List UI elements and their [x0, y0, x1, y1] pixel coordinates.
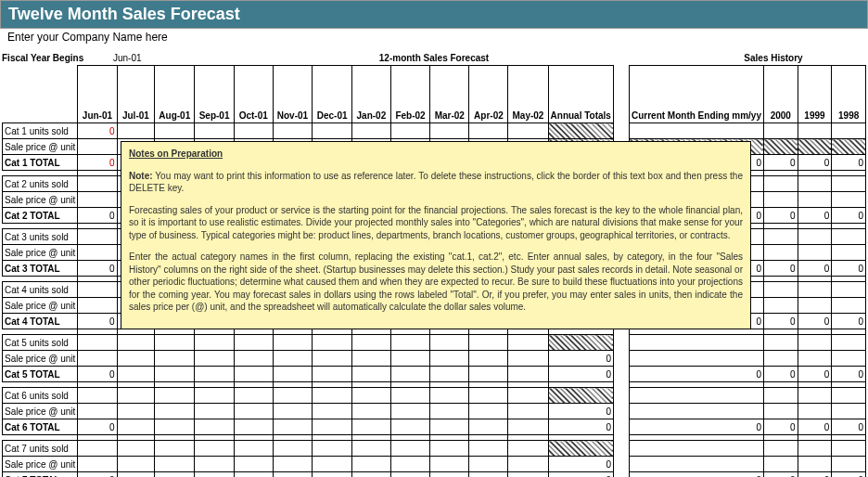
cell[interactable]	[430, 441, 469, 457]
cell[interactable]	[155, 388, 195, 404]
hist-cell[interactable]	[798, 245, 832, 261]
hist-cell[interactable]	[763, 176, 798, 192]
cell[interactable]	[273, 335, 313, 351]
cell[interactable]	[234, 388, 273, 404]
cell[interactable]	[195, 441, 235, 457]
cell[interactable]	[78, 388, 117, 404]
hist-cell[interactable]	[763, 457, 798, 472]
cell[interactable]	[390, 441, 429, 457]
cell[interactable]	[351, 351, 390, 367]
cell[interactable]	[155, 123, 195, 139]
cell[interactable]	[78, 457, 117, 472]
cell[interactable]	[78, 192, 117, 208]
hist-cell[interactable]	[798, 176, 832, 192]
cell[interactable]	[351, 457, 390, 472]
cell[interactable]	[234, 457, 273, 472]
cell[interactable]	[195, 457, 235, 472]
hist-cell[interactable]	[763, 404, 798, 419]
cell[interactable]	[313, 457, 352, 472]
cell[interactable]	[78, 229, 117, 245]
cell[interactable]	[351, 404, 390, 419]
cell[interactable]	[117, 335, 155, 351]
hist-cell[interactable]	[832, 404, 866, 419]
cell[interactable]	[390, 335, 429, 351]
hist-cell[interactable]	[763, 335, 798, 351]
cell[interactable]	[390, 123, 429, 139]
cell[interactable]	[469, 388, 508, 404]
cell[interactable]	[155, 457, 195, 472]
hist-cell[interactable]	[798, 192, 832, 208]
cell[interactable]	[273, 457, 313, 472]
cell[interactable]	[351, 123, 390, 139]
hist-cell[interactable]	[832, 123, 866, 139]
cell[interactable]	[508, 123, 548, 139]
cell[interactable]	[78, 139, 117, 155]
hist-cell[interactable]	[798, 282, 832, 298]
hist-cell[interactable]	[832, 139, 866, 155]
cell[interactable]	[117, 457, 155, 472]
hist-cell[interactable]	[629, 335, 763, 351]
hist-cell[interactable]	[832, 457, 866, 472]
cell[interactable]	[273, 351, 313, 367]
cell[interactable]	[390, 351, 429, 367]
cell[interactable]	[78, 282, 117, 298]
hist-cell[interactable]	[763, 192, 798, 208]
cell[interactable]	[430, 388, 469, 404]
cell[interactable]	[195, 351, 235, 367]
hist-cell[interactable]	[798, 123, 832, 139]
cell[interactable]	[430, 457, 469, 472]
hist-cell[interactable]	[763, 351, 798, 367]
cell[interactable]	[117, 441, 155, 457]
cell[interactable]	[469, 441, 508, 457]
cell[interactable]	[273, 441, 313, 457]
cell[interactable]	[508, 457, 548, 472]
hist-cell[interactable]	[798, 441, 832, 457]
cell[interactable]	[117, 388, 155, 404]
cell[interactable]	[117, 123, 155, 139]
cell[interactable]	[117, 404, 155, 419]
hist-cell[interactable]	[832, 176, 866, 192]
hist-cell[interactable]	[832, 351, 866, 367]
hist-cell[interactable]	[629, 457, 763, 472]
hist-cell[interactable]	[798, 298, 832, 314]
cell[interactable]	[78, 245, 117, 261]
hist-cell[interactable]	[832, 282, 866, 298]
cell[interactable]	[390, 457, 429, 472]
hist-cell[interactable]	[798, 229, 832, 245]
hist-cell[interactable]	[763, 441, 798, 457]
cell[interactable]	[195, 123, 235, 139]
hist-cell[interactable]	[832, 245, 866, 261]
cell[interactable]	[469, 457, 508, 472]
hist-cell[interactable]	[763, 229, 798, 245]
cell[interactable]	[508, 351, 548, 367]
cell[interactable]	[273, 388, 313, 404]
cell[interactable]	[273, 404, 313, 419]
cell[interactable]	[469, 404, 508, 419]
hist-cell[interactable]	[798, 335, 832, 351]
hist-cell[interactable]	[629, 123, 763, 139]
cell[interactable]	[155, 404, 195, 419]
fiscal-year-value[interactable]: Jun-01	[113, 53, 187, 63]
cell[interactable]	[430, 351, 469, 367]
hist-cell[interactable]	[832, 441, 866, 457]
cell[interactable]	[508, 335, 548, 351]
hist-cell[interactable]	[832, 298, 866, 314]
cell[interactable]	[351, 388, 390, 404]
hist-cell[interactable]	[763, 139, 798, 155]
cell[interactable]	[351, 441, 390, 457]
hist-cell[interactable]	[763, 298, 798, 314]
cell[interactable]	[313, 351, 352, 367]
cell[interactable]	[508, 441, 548, 457]
cell[interactable]	[313, 335, 352, 351]
hist-cell[interactable]	[763, 282, 798, 298]
cell[interactable]	[234, 404, 273, 419]
cell[interactable]	[155, 351, 195, 367]
cell[interactable]	[313, 441, 352, 457]
cell[interactable]	[313, 404, 352, 419]
cell[interactable]	[273, 123, 313, 139]
hist-cell[interactable]	[629, 351, 763, 367]
cell[interactable]	[78, 176, 117, 192]
notes-on-preparation[interactable]: Notes on Preparation Note: You may want …	[121, 141, 751, 329]
hist-cell[interactable]	[763, 388, 798, 404]
cell[interactable]	[78, 404, 117, 419]
